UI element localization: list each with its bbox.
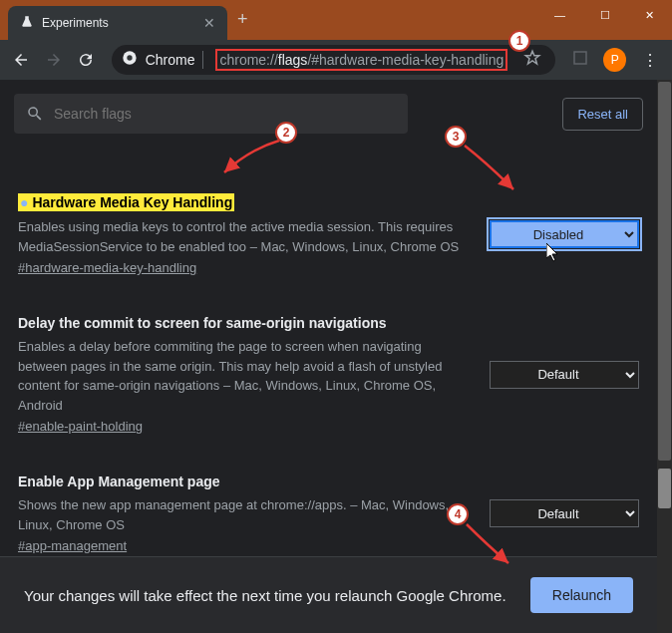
mouse-cursor-icon bbox=[546, 243, 562, 267]
flag-description: Shows the new app management page at chr… bbox=[18, 495, 466, 534]
scroll-thumb[interactable] bbox=[658, 469, 671, 508]
maximize-button[interactable]: ☐ bbox=[582, 0, 627, 30]
relaunch-banner: Your changes will take effect the next t… bbox=[0, 556, 657, 633]
forward-button[interactable] bbox=[41, 46, 68, 74]
flag-anchor-link[interactable]: #app-management bbox=[18, 538, 466, 553]
window-titlebar: Experiments ✕ + — ☐ ✕ bbox=[0, 0, 672, 40]
url-text: chrome://flags/#hardware-media-key-handl… bbox=[211, 47, 511, 73]
browser-tab[interactable]: Experiments ✕ bbox=[8, 6, 227, 40]
relaunch-button[interactable]: Relaunch bbox=[530, 577, 633, 613]
svg-rect-2 bbox=[574, 52, 586, 64]
search-icon bbox=[26, 105, 44, 123]
flag-title: Hardware Media Key Handling bbox=[18, 193, 234, 211]
close-tab-icon[interactable]: ✕ bbox=[203, 15, 215, 31]
annotation-callout-1: 1 bbox=[508, 30, 530, 52]
flag-dropdown[interactable]: Default bbox=[490, 361, 639, 389]
menu-button[interactable]: ⋮ bbox=[636, 51, 664, 70]
search-flags-box[interactable] bbox=[14, 94, 408, 134]
flag-title: Delay the commit to screen for same-orig… bbox=[18, 315, 466, 331]
chrome-icon bbox=[122, 50, 138, 70]
svg-point-1 bbox=[127, 55, 132, 60]
relaunch-message: Your changes will take effect the next t… bbox=[24, 585, 510, 606]
annotation-callout-3: 3 bbox=[445, 126, 467, 148]
extension-icon[interactable] bbox=[567, 49, 593, 71]
annotation-callout-2: 2 bbox=[275, 122, 297, 144]
flag-description: Enables a delay before commiting the pag… bbox=[18, 337, 466, 415]
url-separator bbox=[202, 51, 203, 69]
vertical-scrollbar[interactable] bbox=[657, 80, 672, 633]
annotation-callout-4: 4 bbox=[447, 503, 469, 525]
new-tab-button[interactable]: + bbox=[227, 9, 258, 30]
profile-avatar[interactable]: P bbox=[603, 48, 626, 72]
reset-all-button[interactable]: Reset all bbox=[562, 98, 643, 131]
browser-toolbar: Chrome chrome://flags/#hardware-media-ke… bbox=[0, 40, 672, 80]
annotation-arrow bbox=[459, 140, 528, 199]
url-scheme-label: Chrome bbox=[146, 52, 195, 68]
search-input[interactable] bbox=[54, 106, 396, 122]
flag-anchor-link[interactable]: #enable-paint-holding bbox=[18, 419, 466, 434]
close-window-button[interactable]: ✕ bbox=[627, 0, 672, 30]
flask-icon bbox=[20, 15, 34, 32]
flag-anchor-link[interactable]: #hardware-media-key-handling bbox=[18, 260, 466, 275]
address-bar[interactable]: Chrome chrome://flags/#hardware-media-ke… bbox=[112, 45, 556, 75]
annotation-arrow bbox=[461, 518, 520, 573]
minimize-button[interactable]: — bbox=[537, 0, 582, 30]
page-content: Reset all Hardware Media Key Handling En… bbox=[0, 80, 657, 633]
tab-title: Experiments bbox=[42, 16, 109, 30]
scroll-thumb[interactable] bbox=[658, 82, 671, 461]
flag-title: Enable App Management page bbox=[18, 474, 466, 489]
annotation-arrow bbox=[209, 135, 289, 184]
bookmark-star-icon[interactable] bbox=[519, 49, 545, 71]
flag-dropdown[interactable]: Disabled bbox=[490, 220, 639, 248]
back-button[interactable] bbox=[8, 46, 35, 74]
reload-button[interactable] bbox=[73, 46, 100, 74]
flag-description: Enables using media keys to control the … bbox=[18, 217, 466, 256]
